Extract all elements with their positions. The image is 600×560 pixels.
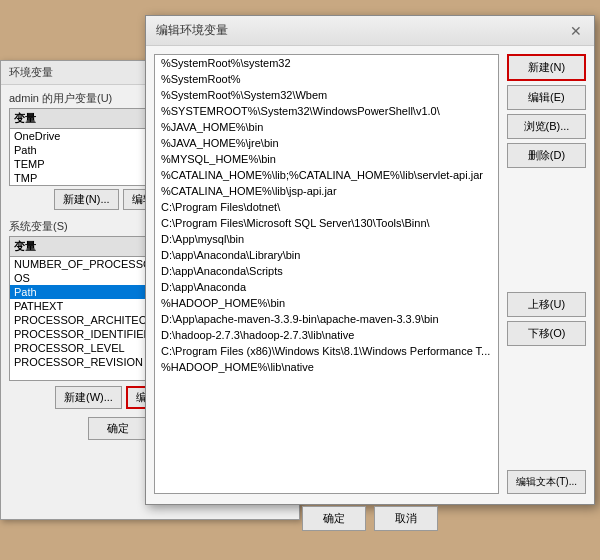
env-ok-btn[interactable]: 确定 [88,417,148,440]
path-item-6[interactable]: %MYSQL_HOME%\bin [155,151,498,167]
main-dialog-title-bar: 编辑环境变量 ✕ [146,16,594,46]
path-item-8[interactable]: %CATALINA_HOME%\lib\jsp-api.jar [155,183,498,199]
main-dialog-title: 编辑环境变量 [156,22,228,39]
path-item-13[interactable]: D:\app\Anaconda\Scripts [155,263,498,279]
path-item-4[interactable]: %JAVA_HOME%\bin [155,119,498,135]
move-up-button[interactable]: 上移(U) [507,292,586,317]
system-new-btn[interactable]: 新建(W)... [55,386,122,409]
path-item-11[interactable]: D:\App\mysql\bin [155,231,498,247]
main-dialog-bottom-buttons: 确定 取消 [146,502,594,539]
move-down-button[interactable]: 下移(O) [507,321,586,346]
path-item-14[interactable]: D:\app\Anaconda [155,279,498,295]
edit-button[interactable]: 编辑(E) [507,85,586,110]
delete-button[interactable]: 删除(D) [507,143,586,168]
path-item-0[interactable]: %SystemRoot%\system32 [155,55,498,71]
browse-button[interactable]: 浏览(B)... [507,114,586,139]
path-item-2[interactable]: %SystemRoot%\System32\Wbem [155,87,498,103]
path-item-5[interactable]: %JAVA_HOME%\jre\bin [155,135,498,151]
path-item-1[interactable]: %SystemRoot% [155,71,498,87]
path-item-7[interactable]: %CATALINA_HOME%\lib;%CATALINA_HOME%\lib\… [155,167,498,183]
path-item-9[interactable]: C:\Program Files\dotnet\ [155,199,498,215]
main-dialog-content: %SystemRoot%\system32 %SystemRoot% %Syst… [146,46,594,502]
main-cancel-button[interactable]: 取消 [374,506,438,531]
edit-text-button[interactable]: 编辑文本(T)... [507,470,586,494]
main-ok-button[interactable]: 确定 [302,506,366,531]
action-buttons-panel: 新建(N) 编辑(E) 浏览(B)... 删除(D) 上移(U) 下移(O) 编… [503,46,594,502]
main-edit-dialog: 编辑环境变量 ✕ %SystemRoot%\system32 %SystemRo… [145,15,595,505]
path-item-18[interactable]: C:\Program Files (x86)\Windows Kits\8.1\… [155,343,498,359]
path-item-10[interactable]: C:\Program Files\Microsoft SQL Server\13… [155,215,498,231]
path-item-19[interactable]: %HADOOP_HOME%\lib\native [155,359,498,375]
admin-new-btn[interactable]: 新建(N)... [54,189,118,210]
path-item-17[interactable]: D:\hadoop-2.7.3\hadoop-2.7.3\lib\native [155,327,498,343]
path-item-16[interactable]: D:\App\apache-maven-3.3.9-bin\apache-mav… [155,311,498,327]
path-item-12[interactable]: D:\app\Anaconda\Library\bin [155,247,498,263]
path-item-15[interactable]: %HADOOP_HOME%\bin [155,295,498,311]
close-button[interactable]: ✕ [568,23,584,39]
path-entries-list[interactable]: %SystemRoot%\system32 %SystemRoot% %Syst… [154,54,499,494]
path-item-3[interactable]: %SYSTEMROOT%\System32\WindowsPowerShell\… [155,103,498,119]
new-button[interactable]: 新建(N) [507,54,586,81]
